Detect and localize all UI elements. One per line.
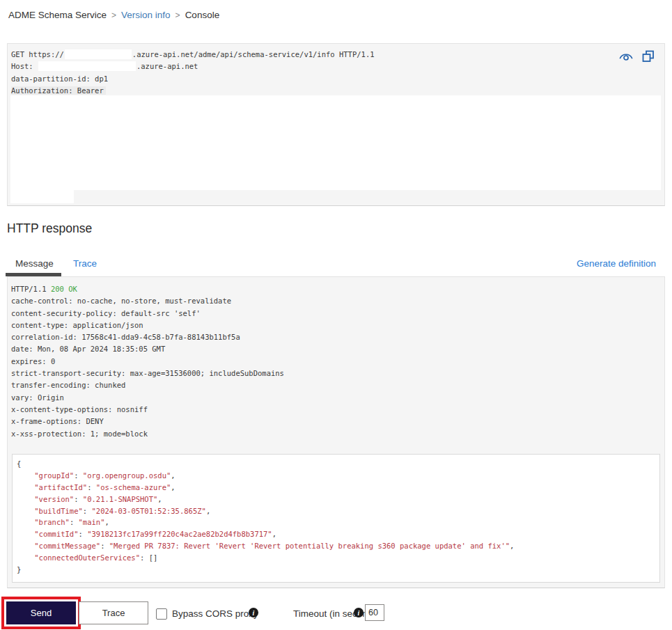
redacted-token-block xyxy=(10,190,74,203)
http-response-title: HTTP response xyxy=(7,221,92,236)
trace-button[interactable]: Trace xyxy=(79,601,148,624)
bypass-cors-label: Bypass CORS proxy xyxy=(172,608,258,619)
response-header-line: transfer-encoding: chunked xyxy=(11,379,659,391)
breadcrumb-item-version-info[interactable]: Version info xyxy=(121,10,171,20)
response-body-line: "artifactId": "os-schema-azure", xyxy=(17,482,657,494)
response-body-line: "commitMessage": "Merged PR 7837: Revert… xyxy=(17,540,657,552)
redacted-host-box xyxy=(38,61,136,71)
generate-definition-link[interactable]: Generate definition xyxy=(577,258,656,269)
response-header-line: x-xss-protection: 1; mode=block xyxy=(11,428,659,440)
response-body-line: "connectedOuterServices": [] xyxy=(17,552,657,564)
timeout-input[interactable] xyxy=(365,604,384,621)
response-body-line: "branch": "main", xyxy=(17,517,657,528)
request-console-panel: GET https://.azure-api.net/adme/api/sche… xyxy=(7,43,665,206)
response-header-line: correlation-id: 17568c41-dda9-4c58-b7fa-… xyxy=(11,331,659,343)
response-headers-list: HTTP/1.1 200 OK cache-control: no-cache,… xyxy=(11,283,659,440)
copy-icon[interactable] xyxy=(642,50,655,63)
tab-trace[interactable]: Trace xyxy=(73,258,97,269)
status-code: 200 OK xyxy=(51,285,77,293)
breadcrumb: ADME Schema Service>Version info>Console xyxy=(8,10,219,20)
send-button[interactable]: Send xyxy=(6,601,76,624)
request-line-host: Host: .azure-api.net xyxy=(11,61,623,72)
response-header-line: content-type: application/json xyxy=(11,320,659,331)
breadcrumb-item-console: Console xyxy=(185,10,220,20)
annotation-highlight-box: Send xyxy=(1,597,81,629)
response-panel: HTTP/1.1 200 OK cache-control: no-cache,… xyxy=(7,276,665,588)
response-header-line: x-content-type-options: nosniff xyxy=(11,404,659,416)
response-body-json: { "groupId": "org.opengroup.osdu", "arti… xyxy=(17,458,657,576)
breadcrumb-separator: > xyxy=(175,10,180,20)
response-header-line: x-frame-options: DENY xyxy=(11,416,659,427)
tab-message[interactable]: Message xyxy=(15,258,54,269)
timeout-label: Timeout (in second) xyxy=(293,608,376,619)
response-header-line: vary: Origin xyxy=(11,392,659,404)
response-status-line: HTTP/1.1 200 OK xyxy=(11,283,659,295)
breadcrumb-item-service[interactable]: ADME Schema Service xyxy=(8,10,107,20)
response-body-line: "buildTime": "2024-03-05T01:52:35.865Z", xyxy=(17,505,657,517)
response-body-box: { "groupId": "org.opengroup.osdu", "arti… xyxy=(12,454,660,583)
response-header-line: cache-control: no-cache, no-store, must-… xyxy=(11,295,659,307)
response-body-line: "commitId": "3918213fc17a99ff220c4ac2ae8… xyxy=(17,528,657,540)
response-header-line: strict-transport-security: max-age=31536… xyxy=(11,368,659,379)
redacted-host-box xyxy=(65,49,132,59)
redacted-token-block xyxy=(10,95,661,190)
response-body-line: "version": "0.21.1-SNAPSHOT", xyxy=(17,494,657,505)
breadcrumb-separator: > xyxy=(111,10,116,20)
response-body-line: "groupId": "org.opengroup.osdu", xyxy=(17,470,657,482)
info-icon[interactable]: i xyxy=(249,608,258,617)
eye-icon[interactable] xyxy=(618,51,634,62)
response-body-line: { xyxy=(17,458,657,470)
response-header-line: content-security-policy: default-src 'se… xyxy=(11,308,659,320)
bypass-cors-checkbox[interactable] xyxy=(156,608,167,620)
request-lines: GET https://.azure-api.net/adme/api/sche… xyxy=(11,49,623,97)
info-icon[interactable]: i xyxy=(354,608,364,617)
response-header-line: date: Mon, 08 Apr 2024 18:35:05 GMT xyxy=(11,343,659,355)
response-body-line: } xyxy=(17,564,657,576)
request-line-partition: data-partition-id: dp1 xyxy=(11,73,623,85)
request-line-authorization: Authorization: Bearer xyxy=(11,85,623,97)
request-toolbar xyxy=(618,50,655,63)
request-line-url: GET https://.azure-api.net/adme/api/sche… xyxy=(11,49,623,61)
response-header-line: expires: 0 xyxy=(11,356,659,368)
